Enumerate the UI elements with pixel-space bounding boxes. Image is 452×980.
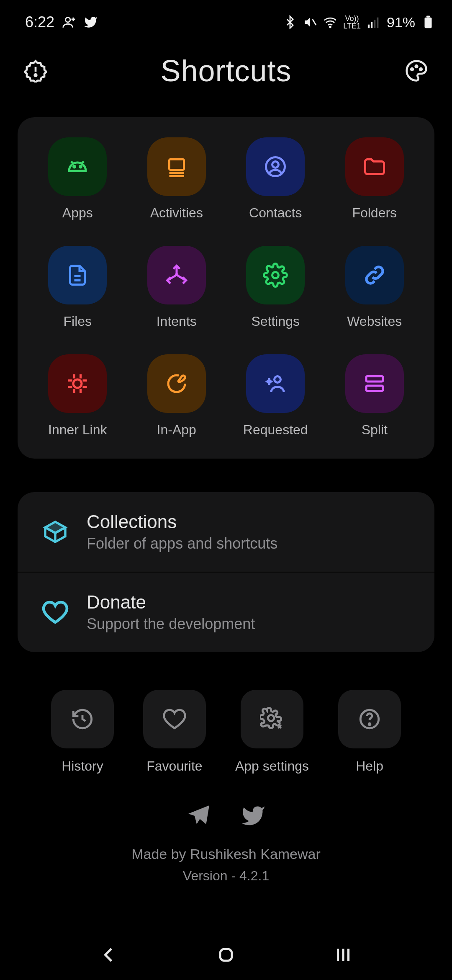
donate-row[interactable]: Donate Support the development [18,572,434,652]
svg-point-26 [73,379,82,388]
shortcut-label: Intents [157,314,197,329]
system-navbar [0,930,452,980]
status-bar: 6:22 Vo))LTE1 91% [0,0,452,37]
shortcut-settings[interactable]: Settings [228,246,323,329]
nav-home-button[interactable] [209,942,243,967]
websites-icon [345,246,404,304]
shortcut-label: In-App [157,422,196,438]
shortcut-label: Settings [251,314,300,329]
shortcut-label: Websites [347,314,402,329]
svg-rect-8 [426,15,430,17]
volte-icon: Vo))LTE1 [343,15,361,30]
shortcut-label: Inner Link [48,422,107,438]
social-row [186,803,266,830]
svg-rect-5 [374,20,375,28]
activities-icon [147,137,206,196]
donate-title: Donate [87,592,255,613]
contacts-icon [246,137,305,196]
page-title: Shortcuts [50,54,402,88]
donate-text: Donate Support the development [87,592,255,633]
svg-point-0 [66,18,70,22]
svg-rect-33 [220,949,232,961]
svg-point-11 [411,68,413,70]
svg-rect-3 [368,25,370,28]
history-icon [51,690,114,748]
app-settings-icon [241,690,303,748]
shortcut-intents[interactable]: Intents [129,246,224,329]
files-icon [48,246,107,304]
split-icon [345,354,404,413]
shortcut-contacts[interactable]: Contacts [228,137,323,221]
svg-point-25 [272,272,279,279]
collections-row[interactable]: Collections Folder of apps and shortcuts [18,492,434,572]
shortcut-label: Activities [150,205,203,221]
bluetooth-icon [283,15,297,29]
shortcut-requested[interactable]: Requested [228,354,323,438]
battery-icon [421,15,435,29]
svg-rect-28 [366,377,383,382]
signal-icon [367,15,381,29]
svg-point-22 [272,162,279,168]
shortcut-grid: Apps Activities Contacts Folders Files [30,137,422,438]
svg-line-16 [71,162,73,164]
shortcut-websites[interactable]: Websites [327,246,422,329]
bottom-label: History [62,758,103,774]
inapp-icon [147,354,206,413]
favourite-button[interactable]: Favourite [143,690,206,774]
shortcut-label: Contacts [249,205,302,221]
svg-rect-29 [366,386,383,391]
collections-title: Collections [87,511,277,532]
donate-icon [41,598,70,627]
donate-subtitle: Support the development [87,615,255,633]
footer: Made by Rushikesh Kamewar Version - 4.2.… [0,803,452,884]
svg-rect-18 [169,160,184,170]
collections-subtitle: Folder of apps and shortcuts [87,535,277,552]
svg-point-27 [275,377,281,383]
footer-version: Version - 4.2.1 [183,868,269,884]
favourite-icon [143,690,206,748]
shortcut-split[interactable]: Split [327,354,422,438]
shortcut-files[interactable]: Files [30,246,125,329]
svg-line-17 [82,162,84,164]
shortcut-activities[interactable]: Activities [129,137,224,221]
shortcut-label: Files [63,314,92,329]
shortcut-folders[interactable]: Folders [327,137,422,221]
shortcut-label: Apps [62,205,93,221]
shortcut-apps[interactable]: Apps [30,137,125,221]
app-settings-button[interactable]: App settings [235,690,309,774]
app-header: Shortcuts [0,37,452,101]
bottom-label: App settings [235,758,309,774]
status-right: Vo))LTE1 91% [283,14,435,31]
palette-button[interactable] [402,56,431,85]
svg-point-14 [74,166,75,168]
shortcut-inapp[interactable]: In-App [129,354,224,438]
history-button[interactable]: History [51,690,114,774]
shortcut-label: Split [362,422,388,438]
shortcut-innerlink[interactable]: Inner Link [30,354,125,438]
bottom-label: Favourite [146,758,202,774]
apps-icon [48,137,107,196]
person-add-icon [62,15,76,29]
footer-made-by: Made by Rushikesh Kamewar [131,846,321,862]
twitter-link[interactable] [241,803,266,830]
svg-point-12 [416,65,418,67]
nav-recents-button[interactable] [326,942,360,967]
mute-icon [303,15,317,29]
status-left: 6:22 [25,13,98,31]
shortcut-grid-card: Apps Activities Contacts Folders Files [18,117,434,459]
bottom-grid: History Favourite App settings Help [0,690,452,774]
issue-badge-button[interactable] [21,56,50,85]
telegram-link[interactable] [186,803,211,830]
svg-point-2 [330,26,331,28]
help-button[interactable]: Help [338,690,401,774]
collections-text: Collections Folder of apps and shortcuts [87,511,277,552]
svg-point-15 [80,166,82,168]
settings-icon [246,246,305,304]
folders-icon [345,137,404,196]
nav-back-button[interactable] [92,942,126,967]
intents-icon [147,246,206,304]
status-time: 6:22 [25,13,54,31]
shortcut-label: Folders [352,205,397,221]
svg-rect-7 [425,18,432,28]
collections-icon [41,517,70,547]
